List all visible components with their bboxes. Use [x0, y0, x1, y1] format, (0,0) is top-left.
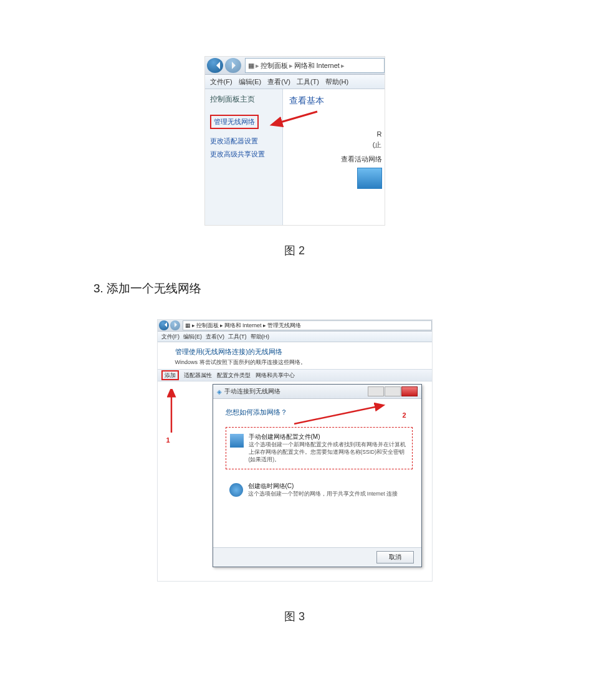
breadcrumb-icon: ▦ — [248, 62, 254, 70]
option-title: 手动创建网络配置文件(M) — [249, 433, 408, 441]
option-title: 创建临时网络(C) — [248, 482, 398, 491]
sidebar-header: 控制面板主页 — [210, 94, 282, 105]
breadcrumb[interactable]: ▦ ▸ 控制面板 ▸ 网络和 Internet ▸ 管理无线网络 — [183, 320, 432, 330]
chevron-right-icon: ▸ — [263, 322, 266, 328]
breadcrumb-item[interactable]: 管理无线网络 — [267, 322, 301, 330]
caption-fig2: 图 2 — [0, 243, 589, 258]
page-subtitle: Windows 将尝试按照下面所列的顺序连接这些网络。 — [175, 358, 423, 367]
nav-forward-button[interactable] — [170, 320, 180, 330]
caption-fig3: 图 3 — [0, 609, 589, 624]
chevron-right-icon: ▸ — [192, 322, 195, 328]
breadcrumb-item[interactable]: 控制面板 — [196, 322, 219, 330]
option-description: 这个选项创建一个新网络配置文件或者找到现有网络并在计算机上保存网络的配置文件。您… — [249, 441, 408, 464]
breadcrumb-item[interactable]: 网络和 Internet — [224, 322, 262, 330]
page-title: 管理使用(无线网络连接)的无线网络 — [175, 347, 423, 357]
step-3-heading: 3. 添加一个无线网络 — [93, 280, 589, 297]
sidebar-item-manage-wireless[interactable]: 管理无线网络 — [210, 111, 282, 133]
toolbar-center-button[interactable]: 网络和共享中心 — [256, 372, 295, 380]
dialog-footer: 取消 — [213, 547, 421, 567]
add-network-dialog: ◈ 手动连接到无线网络 您想如何添加网络？ 2 — [213, 384, 422, 567]
annotation-arrow — [274, 110, 323, 137]
text-line: 查看活动网络 — [289, 155, 382, 164]
cancel-button[interactable]: 取消 — [376, 551, 414, 563]
breadcrumb-icon: ▦ — [185, 322, 191, 328]
toolbar-add-button[interactable]: 添加 — [161, 370, 179, 380]
menu-tools[interactable]: 工具(T) — [297, 77, 319, 87]
sidebar: 控制面板主页 管理无线网络 更改适配器设置 更改高级共享设置 — [205, 89, 283, 225]
chevron-right-icon: ▸ — [341, 62, 345, 70]
menu-help[interactable]: 帮助(H) — [251, 333, 270, 341]
menu-file[interactable]: 文件(F) — [210, 77, 232, 87]
option-adhoc-network[interactable]: 创建临时网络(C) 这个选项创建一个暂时的网络，用于共享文件或 Internet… — [226, 477, 413, 503]
option-description: 这个选项创建一个暂时的网络，用于共享文件或 Internet 连接 — [248, 491, 398, 498]
toolbar-adapter-button[interactable]: 适配器属性 — [184, 372, 212, 380]
annotation-arrow-1 — [166, 389, 176, 436]
highlight-box: 管理无线网络 — [210, 115, 259, 129]
menu-tools[interactable]: 工具(T) — [228, 333, 247, 341]
breadcrumb[interactable]: ▦ ▸ 控制面板 ▸ 网络和 Internet ▸ — [245, 58, 385, 73]
text-line: (止 — [289, 140, 382, 150]
annotation-label-2: 2 — [402, 411, 406, 419]
menu-view[interactable]: 查看(V) — [206, 333, 224, 341]
menu-view[interactable]: 查看(V) — [267, 77, 290, 87]
maximize-button[interactable] — [385, 386, 401, 396]
figure-3-screenshot: ▦ ▸ 控制面板 ▸ 网络和 Internet ▸ 管理无线网络 文件(F) 编… — [157, 319, 433, 582]
toolbar: 添加 适配器属性 配置文件类型 网络和共享中心 — [158, 369, 432, 381]
menubar: 文件(F) 编辑(E) 查看(V) 工具(T) 帮助(H) — [158, 332, 432, 342]
breadcrumb-item[interactable]: 控制面板 — [261, 61, 288, 70]
chevron-right-icon: ▸ — [220, 322, 223, 328]
window-titlebar: ▦ ▸ 控制面板 ▸ 网络和 Internet ▸ 管理无线网络 — [158, 320, 432, 332]
svg-line-0 — [279, 112, 317, 123]
annotation-label-1: 1 — [166, 436, 170, 444]
option-manual-profile[interactable]: 手动创建网络配置文件(M) 这个选项创建一个新网络配置文件或者找到现有网络并在计… — [226, 427, 413, 469]
main-content: 查看基本 R (止 查看活动网络 — [283, 89, 385, 225]
svg-line-2 — [294, 406, 378, 424]
nav-back-button[interactable] — [207, 58, 223, 73]
page-header: 管理使用(无线网络连接)的无线网络 Windows 将尝试按照下面所列的顺序连接… — [158, 342, 432, 369]
toolbar-profile-button[interactable]: 配置文件类型 — [217, 372, 251, 380]
menu-edit[interactable]: 编辑(E) — [239, 77, 262, 87]
chevron-right-icon: ▸ — [289, 62, 293, 70]
sidebar-item-advanced-sharing[interactable]: 更改高级共享设置 — [210, 150, 282, 159]
menu-file[interactable]: 文件(F) — [161, 333, 180, 341]
nav-forward-button[interactable] — [225, 58, 241, 73]
annotation-arrow-2 — [288, 403, 388, 429]
minimize-button[interactable] — [368, 386, 384, 396]
window-titlebar: ▦ ▸ 控制面板 ▸ 网络和 Internet ▸ — [205, 57, 385, 75]
dialog-titlebar: ◈ 手动连接到无线网络 — [213, 385, 421, 399]
chevron-right-icon: ▸ — [256, 62, 259, 70]
sidebar-item-adapter-settings[interactable]: 更改适配器设置 — [210, 137, 282, 146]
network-icon — [357, 168, 382, 189]
close-button[interactable] — [401, 386, 418, 396]
menubar: 文件(F) 编辑(E) 查看(V) 工具(T) 帮助(H) — [205, 75, 385, 89]
monitor-icon — [230, 434, 244, 448]
nav-back-button[interactable] — [159, 320, 169, 330]
breadcrumb-item[interactable]: 网络和 Internet — [294, 61, 340, 70]
wizard-icon: ◈ — [217, 388, 222, 395]
menu-help[interactable]: 帮助(H) — [325, 77, 348, 87]
page-title: 查看基本 — [289, 95, 382, 107]
figure-2-screenshot: ▦ ▸ 控制面板 ▸ 网络和 Internet ▸ 文件(F) 编辑(E) 查看… — [204, 56, 385, 226]
adhoc-icon — [229, 483, 243, 497]
menu-edit[interactable]: 编辑(E) — [183, 333, 202, 341]
dialog-title: 手动连接到无线网络 — [224, 387, 280, 396]
